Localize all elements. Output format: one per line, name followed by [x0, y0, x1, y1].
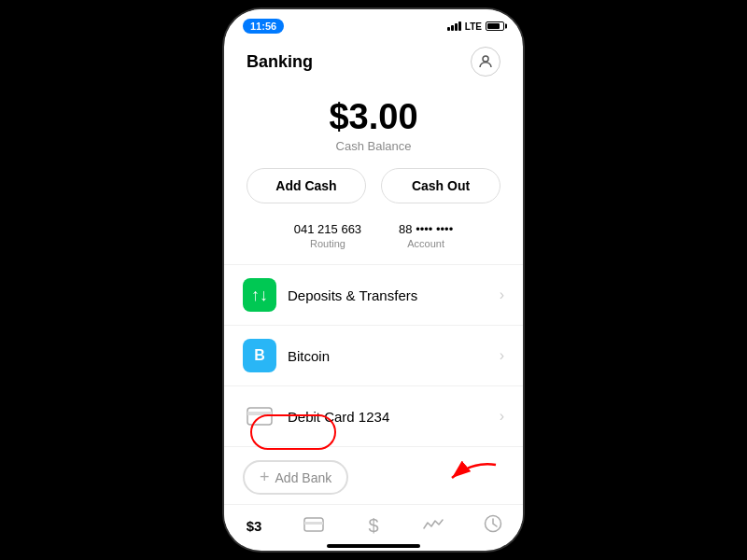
profile-button[interactable] [471, 47, 500, 77]
routing-number: 041 215 663 [294, 222, 361, 236]
routing-section: 041 215 663 Routing 88 •••• •••• Account [224, 218, 523, 264]
chevron-icon: › [500, 287, 504, 303]
account-item: 88 •••• •••• Account [399, 222, 453, 249]
add-plus-icon: + [260, 468, 270, 487]
svg-rect-1 [247, 408, 272, 425]
svg-point-0 [483, 56, 488, 62]
bottom-nav: $3 $ [224, 504, 523, 545]
debit-card-icon [243, 399, 276, 433]
add-cash-button[interactable]: Add Cash [247, 168, 366, 203]
balance-section: $3.00 Cash Balance [224, 88, 523, 168]
status-bar: 11:56 LTE [224, 9, 523, 39]
deposits-label: Deposits & Transfers [288, 287, 500, 303]
status-time: 11:56 [243, 19, 284, 34]
nav-activity[interactable] [415, 515, 452, 537]
account-label: Account [399, 238, 453, 249]
red-arrow-annotation [435, 457, 500, 495]
bitcoin-icon: B [243, 339, 276, 372]
status-icons: LTE [447, 21, 504, 32]
home-bar [327, 544, 420, 548]
add-bank-row[interactable]: + Add Bank [224, 447, 523, 504]
balance-amount: $3.00 [224, 97, 523, 137]
nav-card-icon [303, 515, 324, 537]
svg-rect-2 [247, 412, 272, 415]
chevron-icon-2: › [500, 347, 504, 364]
svg-rect-5 [304, 522, 323, 525]
bitcoin-item[interactable]: B Bitcoin › [224, 326, 523, 386]
debit-card-item[interactable]: Debit Card 1234 › [224, 386, 523, 447]
add-bank-label: Add Bank [275, 470, 332, 485]
deposits-transfers-item[interactable]: ↑↓ Deposits & Transfers › [224, 265, 523, 326]
lte-label: LTE [465, 21, 482, 32]
nav-balance[interactable]: $3 [235, 518, 273, 534]
routing-label: Routing [294, 238, 361, 249]
home-indicator [224, 545, 523, 551]
add-bank-button[interactable]: + Add Bank [243, 460, 348, 495]
nav-dollar-icon: $ [368, 515, 378, 537]
debit-card-label: Debit Card 1234 [288, 409, 500, 425]
balance-label: Cash Balance [224, 139, 523, 153]
account-number: 88 •••• •••• [399, 222, 453, 236]
chevron-icon-3: › [500, 408, 504, 425]
page-title: Banking [247, 52, 313, 72]
nav-clock-icon [484, 514, 502, 538]
nav-balance-label: $3 [247, 518, 262, 534]
nav-card[interactable] [295, 515, 332, 537]
action-buttons: Add Cash Cash Out [224, 168, 523, 218]
nav-dollar[interactable]: $ [355, 515, 392, 537]
nav-clock[interactable] [474, 514, 512, 538]
menu-list: ↑↓ Deposits & Transfers › B Bitcoin › De… [224, 265, 523, 504]
phone-frame: 11:56 LTE Banking $3.00 Cash Balance [224, 9, 523, 551]
cash-out-button[interactable]: Cash Out [381, 168, 500, 203]
page-header: Banking [224, 39, 523, 88]
routing-item: 041 215 663 Routing [294, 222, 361, 249]
bitcoin-label: Bitcoin [288, 348, 500, 364]
signal-icon [447, 21, 461, 31]
battery-icon [486, 21, 504, 31]
deposits-icon: ↑↓ [243, 278, 276, 312]
nav-activity-icon [423, 515, 444, 537]
